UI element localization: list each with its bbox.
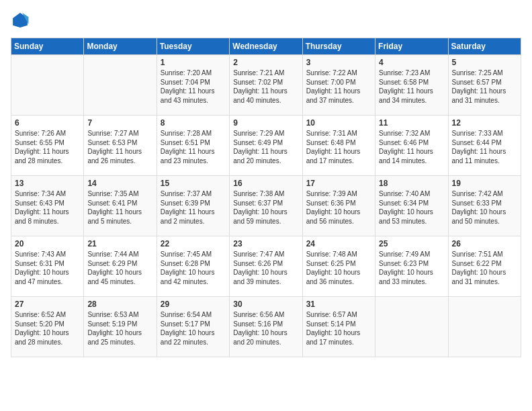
cell-details: Sunrise: 6:57 AM Sunset: 5:14 PM Dayligh… xyxy=(306,310,371,347)
calendar-cell xyxy=(11,55,84,116)
calendar-cell: 31Sunrise: 6:57 AM Sunset: 5:14 PM Dayli… xyxy=(302,297,375,357)
day-header: Sunday xyxy=(11,38,84,55)
day-header: Monday xyxy=(84,38,157,55)
cell-details: Sunrise: 6:53 AM Sunset: 5:19 PM Dayligh… xyxy=(87,310,152,347)
day-number: 21 xyxy=(87,239,152,248)
cell-details: Sunrise: 7:38 AM Sunset: 6:37 PM Dayligh… xyxy=(233,189,298,226)
calendar-cell: 13Sunrise: 7:34 AM Sunset: 6:43 PM Dayli… xyxy=(11,176,84,236)
day-number: 3 xyxy=(306,58,371,67)
cell-details: Sunrise: 7:44 AM Sunset: 6:29 PM Dayligh… xyxy=(87,250,152,286)
calendar-cell: 26Sunrise: 7:51 AM Sunset: 6:22 PM Dayli… xyxy=(448,236,521,297)
logo-icon xyxy=(11,11,30,30)
calendar-cell xyxy=(448,297,521,357)
calendar-cell: 5Sunrise: 7:25 AM Sunset: 6:57 PM Daylig… xyxy=(448,55,521,116)
cell-details: Sunrise: 7:20 AM Sunset: 7:04 PM Dayligh… xyxy=(161,68,226,105)
cell-details: Sunrise: 7:23 AM Sunset: 6:58 PM Dayligh… xyxy=(379,68,444,105)
calendar-cell: 12Sunrise: 7:33 AM Sunset: 6:44 PM Dayli… xyxy=(448,116,521,176)
day-number: 1 xyxy=(161,58,226,67)
day-number: 24 xyxy=(306,239,371,248)
calendar-week-row: 1Sunrise: 7:20 AM Sunset: 7:04 PM Daylig… xyxy=(11,55,521,116)
calendar-cell: 16Sunrise: 7:38 AM Sunset: 6:37 PM Dayli… xyxy=(230,176,302,236)
day-header: Wednesday xyxy=(230,38,302,55)
day-header: Tuesday xyxy=(157,38,229,55)
day-number: 5 xyxy=(452,58,517,67)
day-number: 7 xyxy=(87,118,152,128)
cell-details: Sunrise: 7:39 AM Sunset: 6:36 PM Dayligh… xyxy=(306,189,371,226)
calendar-cell: 20Sunrise: 7:43 AM Sunset: 6:31 PM Dayli… xyxy=(11,236,84,297)
calendar-cell: 18Sunrise: 7:40 AM Sunset: 6:34 PM Dayli… xyxy=(375,176,448,236)
cell-details: Sunrise: 7:49 AM Sunset: 6:23 PM Dayligh… xyxy=(379,250,444,286)
cell-details: Sunrise: 7:47 AM Sunset: 6:26 PM Dayligh… xyxy=(233,250,298,286)
cell-details: Sunrise: 7:45 AM Sunset: 6:28 PM Dayligh… xyxy=(161,250,226,286)
calendar-cell: 25Sunrise: 7:49 AM Sunset: 6:23 PM Dayli… xyxy=(375,236,448,297)
calendar-cell: 7Sunrise: 7:27 AM Sunset: 6:53 PM Daylig… xyxy=(84,116,157,176)
calendar-week-row: 6Sunrise: 7:26 AM Sunset: 6:55 PM Daylig… xyxy=(11,116,521,176)
day-number: 2 xyxy=(233,58,298,67)
calendar-cell: 28Sunrise: 6:53 AM Sunset: 5:19 PM Dayli… xyxy=(84,297,157,357)
calendar-cell: 30Sunrise: 6:56 AM Sunset: 5:16 PM Dayli… xyxy=(230,297,302,357)
calendar-table: SundayMondayTuesdayWednesdayThursdayFrid… xyxy=(11,38,521,357)
day-number: 28 xyxy=(87,300,152,309)
cell-details: Sunrise: 7:31 AM Sunset: 6:48 PM Dayligh… xyxy=(306,129,371,165)
day-number: 22 xyxy=(161,239,226,248)
day-number: 6 xyxy=(15,118,80,128)
calendar-cell: 8Sunrise: 7:28 AM Sunset: 6:51 PM Daylig… xyxy=(157,116,229,176)
cell-details: Sunrise: 7:22 AM Sunset: 7:00 PM Dayligh… xyxy=(306,68,371,105)
calendar-cell: 14Sunrise: 7:35 AM Sunset: 6:41 PM Dayli… xyxy=(84,176,157,236)
day-number: 23 xyxy=(233,239,298,248)
calendar-cell: 19Sunrise: 7:42 AM Sunset: 6:33 PM Dayli… xyxy=(448,176,521,236)
cell-details: Sunrise: 7:29 AM Sunset: 6:49 PM Dayligh… xyxy=(233,129,298,165)
cell-details: Sunrise: 7:37 AM Sunset: 6:39 PM Dayligh… xyxy=(161,189,226,226)
day-number: 14 xyxy=(87,179,152,188)
cell-details: Sunrise: 7:42 AM Sunset: 6:33 PM Dayligh… xyxy=(452,189,517,226)
logo xyxy=(11,11,32,30)
cell-details: Sunrise: 7:25 AM Sunset: 6:57 PM Dayligh… xyxy=(452,68,517,105)
day-number: 26 xyxy=(452,239,517,248)
calendar-cell: 10Sunrise: 7:31 AM Sunset: 6:48 PM Dayli… xyxy=(302,116,375,176)
calendar-cell: 1Sunrise: 7:20 AM Sunset: 7:04 PM Daylig… xyxy=(157,55,229,116)
day-number: 16 xyxy=(233,179,298,188)
day-header: Thursday xyxy=(302,38,375,55)
day-number: 27 xyxy=(15,300,80,309)
calendar-cell: 27Sunrise: 6:52 AM Sunset: 5:20 PM Dayli… xyxy=(11,297,84,357)
day-number: 9 xyxy=(233,118,298,128)
day-header: Friday xyxy=(375,38,448,55)
day-number: 8 xyxy=(161,118,226,128)
day-header: Saturday xyxy=(448,38,521,55)
cell-details: Sunrise: 7:34 AM Sunset: 6:43 PM Dayligh… xyxy=(15,189,80,226)
calendar-cell: 6Sunrise: 7:26 AM Sunset: 6:55 PM Daylig… xyxy=(11,116,84,176)
cell-details: Sunrise: 7:48 AM Sunset: 6:25 PM Dayligh… xyxy=(306,250,371,286)
calendar-week-row: 20Sunrise: 7:43 AM Sunset: 6:31 PM Dayli… xyxy=(11,236,521,297)
cell-details: Sunrise: 6:54 AM Sunset: 5:17 PM Dayligh… xyxy=(161,310,226,347)
calendar-cell xyxy=(84,55,157,116)
day-number: 31 xyxy=(306,300,371,309)
day-number: 4 xyxy=(379,58,444,67)
day-number: 30 xyxy=(233,300,298,309)
cell-details: Sunrise: 7:33 AM Sunset: 6:44 PM Dayligh… xyxy=(452,129,517,165)
cell-details: Sunrise: 7:26 AM Sunset: 6:55 PM Dayligh… xyxy=(15,129,80,165)
cell-details: Sunrise: 7:27 AM Sunset: 6:53 PM Dayligh… xyxy=(87,129,152,165)
cell-details: Sunrise: 7:40 AM Sunset: 6:34 PM Dayligh… xyxy=(379,189,444,226)
calendar-cell: 11Sunrise: 7:32 AM Sunset: 6:46 PM Dayli… xyxy=(375,116,448,176)
day-number: 17 xyxy=(306,179,371,188)
day-number: 10 xyxy=(306,118,371,128)
calendar-cell: 29Sunrise: 6:54 AM Sunset: 5:17 PM Dayli… xyxy=(157,297,229,357)
day-number: 20 xyxy=(15,239,80,248)
cell-details: Sunrise: 6:56 AM Sunset: 5:16 PM Dayligh… xyxy=(233,310,298,347)
cell-details: Sunrise: 6:52 AM Sunset: 5:20 PM Dayligh… xyxy=(15,310,80,347)
calendar-cell xyxy=(375,297,448,357)
calendar-cell: 4Sunrise: 7:23 AM Sunset: 6:58 PM Daylig… xyxy=(375,55,448,116)
day-number: 15 xyxy=(161,179,226,188)
cell-details: Sunrise: 7:21 AM Sunset: 7:02 PM Dayligh… xyxy=(233,68,298,105)
day-number: 13 xyxy=(15,179,80,188)
calendar-cell: 15Sunrise: 7:37 AM Sunset: 6:39 PM Dayli… xyxy=(157,176,229,236)
day-number: 11 xyxy=(379,118,444,128)
calendar-cell: 2Sunrise: 7:21 AM Sunset: 7:02 PM Daylig… xyxy=(230,55,302,116)
calendar-cell: 21Sunrise: 7:44 AM Sunset: 6:29 PM Dayli… xyxy=(84,236,157,297)
page-header xyxy=(11,11,521,30)
cell-details: Sunrise: 7:43 AM Sunset: 6:31 PM Dayligh… xyxy=(15,250,80,286)
calendar-cell: 3Sunrise: 7:22 AM Sunset: 7:00 PM Daylig… xyxy=(302,55,375,116)
calendar-week-row: 27Sunrise: 6:52 AM Sunset: 5:20 PM Dayli… xyxy=(11,297,521,357)
day-number: 12 xyxy=(452,118,517,128)
cell-details: Sunrise: 7:28 AM Sunset: 6:51 PM Dayligh… xyxy=(161,129,226,165)
